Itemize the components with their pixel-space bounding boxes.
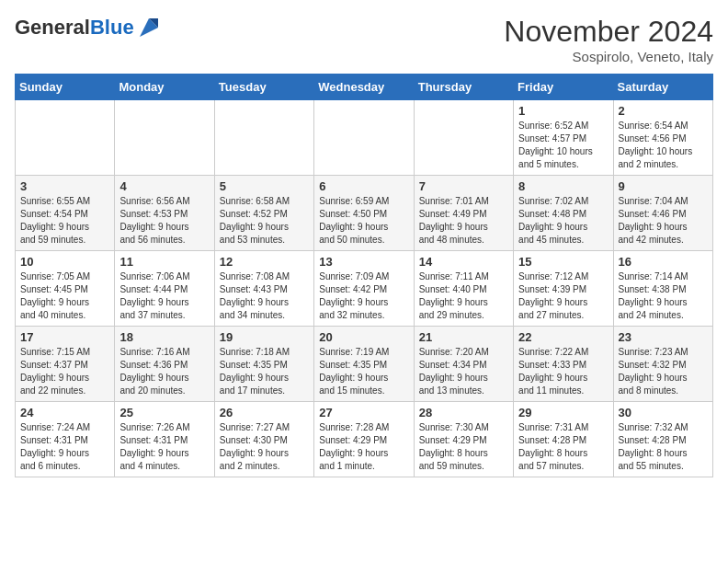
day-info: Sunrise: 7:14 AM Sunset: 4:38 PM Dayligh… — [619, 270, 708, 322]
day-info: Sunrise: 7:02 AM Sunset: 4:48 PM Dayligh… — [518, 195, 608, 247]
day-number: 4 — [119, 179, 209, 193]
day-info: Sunrise: 7:24 AM Sunset: 4:31 PM Dayligh… — [20, 421, 109, 473]
week-row-2: 3Sunrise: 6:55 AM Sunset: 4:54 PM Daylig… — [16, 176, 713, 251]
col-sunday: Sunday — [16, 75, 115, 100]
day-info: Sunrise: 7:27 AM Sunset: 4:30 PM Dayligh… — [220, 421, 309, 473]
day-number: 20 — [319, 330, 408, 344]
day-number: 17 — [20, 330, 109, 344]
cell-w5-d5: 29Sunrise: 7:31 AM Sunset: 4:28 PM Dayli… — [514, 402, 613, 477]
page: GeneralBlue November 2024 Sospirolo, Ven… — [0, 0, 728, 563]
header-row: Sunday Monday Tuesday Wednesday Thursday… — [16, 75, 713, 100]
day-info: Sunrise: 7:15 AM Sunset: 4:37 PM Dayligh… — [20, 346, 109, 397]
day-number: 5 — [220, 179, 309, 193]
day-info: Sunrise: 7:04 AM Sunset: 4:46 PM Dayligh… — [619, 195, 708, 247]
cell-w4-d6: 23Sunrise: 7:23 AM Sunset: 4:32 PM Dayli… — [613, 327, 712, 402]
cell-w1-d5: 1Sunrise: 6:52 AM Sunset: 4:57 PM Daylig… — [514, 100, 613, 176]
cell-w3-d1: 11Sunrise: 7:06 AM Sunset: 4:44 PM Dayli… — [115, 251, 214, 327]
day-info: Sunrise: 6:54 AM Sunset: 4:56 PM Dayligh… — [619, 120, 708, 171]
day-info: Sunrise: 7:26 AM Sunset: 4:31 PM Dayligh… — [119, 421, 209, 473]
month-title: November 2024 — [504, 15, 713, 49]
cell-w5-d1: 25Sunrise: 7:26 AM Sunset: 4:31 PM Dayli… — [115, 402, 214, 477]
location-subtitle: Sospirolo, Veneto, Italy — [504, 49, 713, 64]
day-number: 29 — [518, 406, 608, 419]
cell-w1-d1 — [115, 100, 214, 176]
day-info: Sunrise: 7:30 AM Sunset: 4:29 PM Dayligh… — [419, 421, 508, 473]
header: GeneralBlue November 2024 Sospirolo, Ven… — [15, 15, 713, 64]
day-info: Sunrise: 7:16 AM Sunset: 4:36 PM Dayligh… — [119, 346, 209, 397]
day-number: 14 — [419, 255, 508, 269]
day-info: Sunrise: 7:01 AM Sunset: 4:49 PM Dayligh… — [419, 195, 508, 247]
day-number: 9 — [619, 179, 708, 193]
cell-w1-d2 — [214, 100, 313, 176]
col-saturday: Saturday — [613, 75, 712, 100]
col-wednesday: Wednesday — [314, 75, 414, 100]
day-number: 10 — [20, 255, 109, 269]
day-number: 6 — [319, 179, 408, 193]
day-info: Sunrise: 7:20 AM Sunset: 4:34 PM Dayligh… — [419, 346, 508, 397]
day-info: Sunrise: 7:12 AM Sunset: 4:39 PM Dayligh… — [518, 270, 608, 322]
day-info: Sunrise: 6:58 AM Sunset: 4:52 PM Dayligh… — [220, 195, 309, 247]
day-number: 26 — [220, 406, 309, 419]
cell-w4-d5: 22Sunrise: 7:22 AM Sunset: 4:33 PM Dayli… — [514, 327, 613, 402]
day-number: 25 — [119, 406, 209, 419]
cell-w2-d6: 9Sunrise: 7:04 AM Sunset: 4:46 PM Daylig… — [613, 176, 712, 251]
day-info: Sunrise: 7:28 AM Sunset: 4:29 PM Dayligh… — [319, 421, 408, 473]
day-number: 2 — [619, 104, 708, 118]
cell-w1-d6: 2Sunrise: 6:54 AM Sunset: 4:56 PM Daylig… — [613, 100, 712, 176]
cell-w5-d6: 30Sunrise: 7:32 AM Sunset: 4:28 PM Dayli… — [613, 402, 712, 477]
day-number: 19 — [220, 330, 309, 344]
cell-w4-d0: 17Sunrise: 7:15 AM Sunset: 4:37 PM Dayli… — [16, 327, 115, 402]
cell-w1-d4 — [414, 100, 513, 176]
cell-w1-d0 — [16, 100, 115, 176]
cell-w4-d3: 20Sunrise: 7:19 AM Sunset: 4:35 PM Dayli… — [314, 327, 414, 402]
day-info: Sunrise: 6:52 AM Sunset: 4:57 PM Dayligh… — [518, 120, 608, 171]
day-info: Sunrise: 7:08 AM Sunset: 4:43 PM Dayligh… — [220, 270, 309, 322]
title-block: November 2024 Sospirolo, Veneto, Italy — [504, 15, 713, 64]
day-info: Sunrise: 7:18 AM Sunset: 4:35 PM Dayligh… — [220, 346, 309, 397]
day-number: 21 — [419, 330, 508, 344]
day-number: 7 — [419, 179, 508, 193]
day-info: Sunrise: 7:22 AM Sunset: 4:33 PM Dayligh… — [518, 346, 608, 397]
col-tuesday: Tuesday — [214, 75, 313, 100]
col-friday: Friday — [514, 75, 613, 100]
cell-w2-d4: 7Sunrise: 7:01 AM Sunset: 4:49 PM Daylig… — [414, 176, 513, 251]
calendar-table: Sunday Monday Tuesday Wednesday Thursday… — [15, 74, 713, 477]
col-monday: Monday — [115, 75, 214, 100]
week-row-3: 10Sunrise: 7:05 AM Sunset: 4:45 PM Dayli… — [16, 251, 713, 327]
cell-w2-d0: 3Sunrise: 6:55 AM Sunset: 4:54 PM Daylig… — [16, 176, 115, 251]
day-number: 16 — [619, 255, 708, 269]
day-number: 27 — [319, 406, 408, 419]
day-number: 15 — [518, 255, 608, 269]
cell-w3-d6: 16Sunrise: 7:14 AM Sunset: 4:38 PM Dayli… — [613, 251, 712, 327]
cell-w5-d3: 27Sunrise: 7:28 AM Sunset: 4:29 PM Dayli… — [314, 402, 414, 477]
day-info: Sunrise: 6:55 AM Sunset: 4:54 PM Dayligh… — [20, 195, 109, 247]
cell-w3-d0: 10Sunrise: 7:05 AM Sunset: 4:45 PM Dayli… — [16, 251, 115, 327]
day-number: 18 — [119, 330, 209, 344]
cell-w2-d5: 8Sunrise: 7:02 AM Sunset: 4:48 PM Daylig… — [514, 176, 613, 251]
cell-w4-d2: 19Sunrise: 7:18 AM Sunset: 4:35 PM Dayli… — [214, 327, 313, 402]
cell-w4-d4: 21Sunrise: 7:20 AM Sunset: 4:34 PM Dayli… — [414, 327, 513, 402]
day-info: Sunrise: 7:31 AM Sunset: 4:28 PM Dayligh… — [518, 421, 608, 473]
day-number: 22 — [518, 330, 608, 344]
day-number: 12 — [220, 255, 309, 269]
day-number: 8 — [518, 179, 608, 193]
cell-w3-d5: 15Sunrise: 7:12 AM Sunset: 4:39 PM Dayli… — [514, 251, 613, 327]
day-number: 1 — [518, 104, 608, 118]
day-info: Sunrise: 6:59 AM Sunset: 4:50 PM Dayligh… — [319, 195, 408, 247]
cell-w5-d2: 26Sunrise: 7:27 AM Sunset: 4:30 PM Dayli… — [214, 402, 313, 477]
cell-w2-d3: 6Sunrise: 6:59 AM Sunset: 4:50 PM Daylig… — [314, 176, 414, 251]
week-row-5: 24Sunrise: 7:24 AM Sunset: 4:31 PM Dayli… — [16, 402, 713, 477]
day-number: 11 — [119, 255, 209, 269]
col-thursday: Thursday — [414, 75, 513, 100]
week-row-4: 17Sunrise: 7:15 AM Sunset: 4:37 PM Dayli… — [16, 327, 713, 402]
day-info: Sunrise: 7:11 AM Sunset: 4:40 PM Dayligh… — [419, 270, 508, 322]
day-info: Sunrise: 7:32 AM Sunset: 4:28 PM Dayligh… — [619, 421, 708, 473]
cell-w3-d3: 13Sunrise: 7:09 AM Sunset: 4:42 PM Dayli… — [314, 251, 414, 327]
day-info: Sunrise: 7:23 AM Sunset: 4:32 PM Dayligh… — [619, 346, 708, 397]
cell-w1-d3 — [314, 100, 414, 176]
cell-w2-d2: 5Sunrise: 6:58 AM Sunset: 4:52 PM Daylig… — [214, 176, 313, 251]
day-info: Sunrise: 7:19 AM Sunset: 4:35 PM Dayligh… — [319, 346, 408, 397]
day-number: 28 — [419, 406, 508, 419]
day-info: Sunrise: 6:56 AM Sunset: 4:53 PM Dayligh… — [119, 195, 209, 247]
day-number: 23 — [619, 330, 708, 344]
